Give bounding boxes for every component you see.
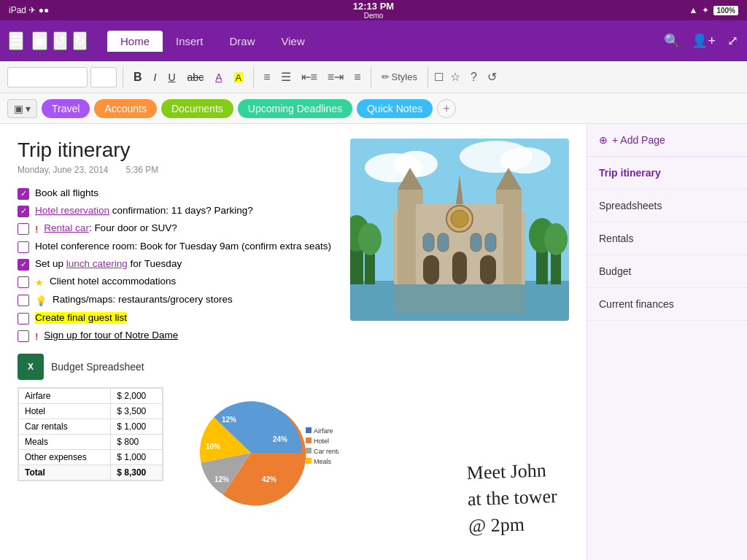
- handwritten-line-3: @ 2pm: [468, 510, 559, 540]
- more-icon[interactable]: ↺: [484, 67, 500, 87]
- add-user-icon[interactable]: 👤+: [692, 33, 716, 49]
- highlight-button[interactable]: A: [230, 69, 248, 86]
- ipad-label: iPad ✈ ●●: [9, 5, 49, 15]
- tab-travel[interactable]: Travel: [42, 99, 90, 118]
- align-icon[interactable]: ≡: [350, 68, 364, 87]
- sidebar-page-spreadsheets[interactable]: Spreadsheets: [587, 190, 747, 222]
- task-text: Book all flights: [35, 187, 98, 201]
- underlined-text: Sign up for tour of Notre Dame: [44, 330, 178, 341]
- star-icon[interactable]: ☆: [446, 67, 464, 87]
- svg-rect-27: [452, 252, 467, 284]
- tab-home[interactable]: Home: [107, 31, 163, 52]
- sidebar-page-label: Rentals: [599, 233, 633, 244]
- highlighted-text: Create final guest list: [35, 312, 127, 323]
- task-text: Sign up for tour of Notre Dame: [44, 329, 178, 343]
- budget-table: Airfare $ 2,000 Hotel $ 3,500 Car rental…: [18, 387, 163, 481]
- task-text: Ratings/maps: restaurants/grocery stores: [53, 293, 233, 307]
- task-item: ! Sign up for tour of Notre Dame: [18, 329, 569, 343]
- toolbar-tabs: Home Insert Draw View: [107, 31, 318, 52]
- table-row: Hotel $ 3,500: [19, 404, 163, 419]
- budget-amount: $ 800: [111, 435, 163, 450]
- task-text: Set up lunch catering for Tuesday: [35, 257, 182, 271]
- tab-upcoming-deadlines[interactable]: Upcoming Deadlines: [238, 99, 352, 118]
- sidebar-page-current-finances[interactable]: Current finances: [587, 288, 747, 321]
- help-icon[interactable]: ?: [467, 68, 481, 87]
- svg-rect-38: [306, 438, 311, 443]
- bullets-icon[interactable]: ≡: [260, 68, 274, 87]
- rental-car-link[interactable]: Rental car: [44, 222, 89, 233]
- font-color-icon: A: [215, 71, 222, 83]
- task-checkbox[interactable]: [18, 330, 29, 342]
- font-size-input[interactable]: 20: [90, 67, 117, 88]
- styles-button[interactable]: ✏ Styles: [377, 69, 422, 85]
- highlight-icon: A: [234, 72, 244, 83]
- task-checkbox[interactable]: [18, 188, 29, 200]
- notebook-toggle[interactable]: ▣ ▾: [7, 99, 37, 118]
- task-checkbox[interactable]: [18, 276, 29, 288]
- bluetooth-icon: ✦: [702, 5, 709, 15]
- hotel-reservation-link[interactable]: Hotel reservation: [35, 205, 109, 216]
- indent-icon[interactable]: ≡⇥: [324, 67, 347, 87]
- budget-label: Hotel: [19, 404, 111, 419]
- excel-icon: X: [18, 354, 44, 380]
- add-tab-button[interactable]: +: [437, 99, 456, 118]
- tab-documents[interactable]: Documents: [161, 99, 233, 118]
- numbering-icon[interactable]: ☰: [277, 67, 295, 87]
- redo-button[interactable]: ↻: [73, 31, 87, 50]
- budget-total-label: Total: [19, 465, 111, 481]
- checkbox-icon[interactable]: ☐: [434, 71, 444, 84]
- svg-text:12%: 12%: [222, 416, 236, 424]
- separator-4: [427, 67, 428, 88]
- tab-quick-notes[interactable]: Quick Notes: [357, 99, 433, 118]
- budget-amount: $ 3,500: [111, 404, 163, 419]
- sidebar-page-budget[interactable]: Budget: [587, 255, 747, 288]
- sidebar-page-rentals[interactable]: Rentals: [587, 222, 747, 255]
- add-page-icon: ⊕: [599, 134, 608, 146]
- bold-button[interactable]: B: [129, 68, 147, 87]
- strikethrough-button[interactable]: abc: [183, 69, 209, 86]
- table-row: Airfare $ 2,000: [19, 389, 163, 404]
- menu-button[interactable]: ☰: [9, 31, 23, 50]
- outdent-icon[interactable]: ⇤≡: [298, 67, 321, 87]
- separator-1: [123, 67, 123, 88]
- task-checkbox[interactable]: [18, 259, 29, 271]
- svg-rect-23: [438, 233, 449, 252]
- handwritten-line-1: Meet John: [466, 457, 557, 487]
- font-name-input[interactable]: Calibri Light: [7, 67, 88, 88]
- task-checkbox[interactable]: [18, 206, 29, 217]
- svg-rect-28: [480, 255, 496, 284]
- add-page-label: + Add Page: [612, 134, 665, 146]
- expand-icon[interactable]: ⤢: [727, 33, 738, 49]
- chevron-down-icon: ▾: [26, 103, 31, 114]
- font-color-button[interactable]: A: [211, 69, 226, 86]
- styles-label: Styles: [392, 71, 417, 82]
- underline-button[interactable]: U: [163, 69, 179, 86]
- task-checkbox[interactable]: [18, 223, 29, 235]
- add-page-button[interactable]: ⊕ + Add Page: [587, 124, 747, 157]
- italic-button[interactable]: I: [150, 69, 161, 86]
- notebook-toggle-button[interactable]: ▣: [32, 31, 47, 50]
- undo-button[interactable]: ↺: [53, 31, 67, 50]
- svg-rect-25: [485, 233, 496, 252]
- lunch-catering-link[interactable]: lunch catering: [66, 258, 128, 269]
- task-text: Hotel conference room: Book for Tuesday …: [35, 240, 331, 254]
- task-text: Rental car: Four door or SUV?: [44, 222, 177, 236]
- tab-view[interactable]: View: [268, 31, 318, 52]
- budget-total-amount: $ 8,300: [111, 465, 163, 481]
- tab-draw[interactable]: Draw: [217, 31, 268, 52]
- tab-accounts[interactable]: Accounts: [94, 99, 157, 118]
- search-icon[interactable]: 🔍: [664, 33, 680, 49]
- svg-text:Meals: Meals: [314, 458, 332, 465]
- separator-2: [253, 67, 254, 88]
- task-checkbox[interactable]: [18, 313, 29, 324]
- exclamation-icon: !: [35, 330, 38, 343]
- task-checkbox[interactable]: [18, 241, 29, 253]
- sidebar-page-label: Current finances: [599, 298, 674, 310]
- sidebar-page-trip-itinerary[interactable]: Trip itinerary: [587, 157, 747, 190]
- status-left: iPad ✈ ●●: [9, 5, 49, 15]
- tab-insert[interactable]: Insert: [163, 31, 217, 52]
- bulb-indicator-icon: 💡: [35, 295, 47, 308]
- svg-point-2: [394, 151, 438, 177]
- task-checkbox[interactable]: [18, 295, 29, 306]
- svg-text:Airfare: Airfare: [314, 427, 333, 435]
